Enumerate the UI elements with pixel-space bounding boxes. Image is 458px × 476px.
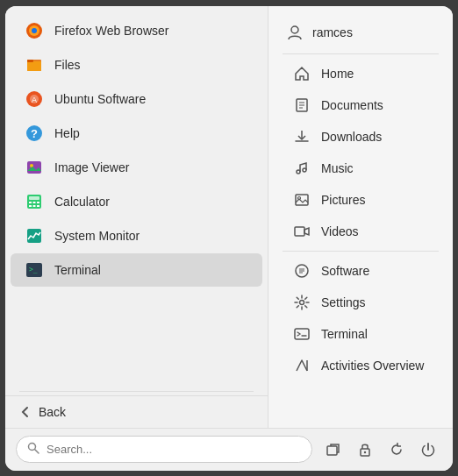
nav-item-settings[interactable]: Settings [276, 288, 446, 317]
image-viewer-icon [25, 158, 44, 177]
svg-rect-5 [27, 60, 33, 62]
svg-line-40 [35, 450, 39, 454]
svg-rect-41 [327, 446, 337, 455]
app-label-image-viewer: Image Viewer [54, 160, 129, 174]
app-label-system-monitor: System Monitor [54, 229, 140, 243]
svg-rect-20 [33, 205, 36, 207]
nav-item-activities[interactable]: Activities Overview [276, 351, 446, 380]
back-button[interactable]: Back [5, 395, 268, 428]
nav-item-videos[interactable]: Videos [276, 217, 446, 246]
svg-rect-21 [37, 205, 39, 207]
svg-text:?: ? [31, 127, 38, 140]
nav-label-settings: Settings [321, 295, 366, 309]
app-label-terminal: Terminal [54, 263, 101, 277]
new-window-button[interactable] [319, 436, 347, 464]
left-divider [19, 391, 254, 392]
app-window: Firefox Web Browser Files [5, 6, 453, 471]
nav-label-terminal-right: Terminal [321, 327, 368, 341]
app-item-calculator[interactable]: Calculator [11, 185, 262, 218]
svg-point-2 [32, 28, 37, 33]
app-list: Firefox Web Browser Files [5, 6, 268, 387]
nav-item-downloads[interactable]: Downloads [276, 122, 446, 152]
svg-rect-34 [295, 227, 304, 236]
nav-label-music: Music [321, 161, 354, 175]
svg-point-30 [297, 170, 300, 174]
activities-icon [293, 357, 311, 374]
svg-rect-37 [295, 329, 309, 339]
files-icon [25, 55, 44, 75]
svg-point-36 [300, 300, 304, 304]
ubuntu-software-icon: A [25, 89, 44, 109]
user-section: ramces [268, 17, 453, 50]
svg-rect-11 [27, 161, 41, 174]
search-box[interactable] [16, 436, 312, 463]
nav-label-documents: Documents [321, 98, 383, 112]
app-item-files[interactable]: Files [11, 48, 262, 82]
nav-item-pictures[interactable]: Pictures [276, 185, 446, 215]
music-icon [293, 160, 311, 177]
svg-point-25 [291, 26, 298, 33]
right-spacer [268, 381, 453, 421]
search-input[interactable] [47, 443, 301, 456]
svg-point-43 [364, 451, 366, 452]
downloads-icon [293, 128, 311, 146]
svg-text:A: A [32, 96, 37, 104]
right-divider-top [283, 53, 439, 54]
svg-point-31 [303, 168, 306, 172]
app-label-ubuntu-software: Ubuntu Software [54, 92, 146, 106]
system-monitor-icon [25, 226, 44, 245]
pictures-icon [293, 191, 311, 209]
svg-rect-19 [29, 205, 32, 207]
app-item-ubuntu-software[interactable]: A Ubuntu Software [11, 82, 262, 116]
bottom-actions [319, 436, 442, 464]
nav-item-music[interactable]: Music [276, 153, 446, 183]
app-item-system-monitor[interactable]: System Monitor [11, 219, 262, 252]
app-label-calculator: Calculator [54, 195, 110, 209]
app-item-firefox[interactable]: Firefox Web Browser [11, 14, 262, 47]
app-label-help: Help [54, 126, 80, 140]
svg-rect-15 [29, 196, 39, 200]
app-item-help[interactable]: ? Help [11, 117, 262, 150]
nav-label-activities: Activities Overview [321, 359, 424, 373]
nav-label-software: Software [321, 264, 369, 278]
documents-icon [293, 96, 311, 114]
nav-item-software[interactable]: Software [276, 256, 446, 286]
bottom-bar [5, 428, 453, 471]
lock-icon [357, 442, 373, 458]
help-icon: ? [25, 124, 44, 143]
svg-rect-17 [33, 202, 36, 203]
svg-rect-4 [27, 61, 41, 71]
svg-point-12 [30, 164, 33, 167]
main-area: Firefox Web Browser Files [5, 6, 453, 428]
refresh-icon [389, 442, 404, 458]
power-button[interactable] [414, 436, 442, 464]
app-item-terminal[interactable]: >_ Terminal [11, 253, 262, 287]
terminal2-icon [293, 325, 311, 343]
app-item-image-viewer[interactable]: Image Viewer [11, 151, 262, 184]
nav-item-documents[interactable]: Documents [276, 90, 446, 120]
back-chevron-icon [19, 406, 32, 418]
search-icon [27, 442, 39, 457]
nav-label-videos: Videos [321, 224, 359, 238]
new-window-icon [326, 442, 341, 458]
svg-rect-18 [37, 202, 39, 203]
back-label: Back [39, 405, 66, 419]
svg-rect-32 [296, 195, 308, 205]
app-label-firefox: Firefox Web Browser [54, 24, 168, 38]
app-label-files: Files [54, 58, 81, 72]
lock-button[interactable] [351, 436, 379, 464]
svg-text:>_: >_ [29, 266, 38, 274]
user-icon [286, 24, 304, 41]
nav-label-pictures: Pictures [321, 193, 366, 207]
right-divider-mid [283, 251, 439, 252]
firefox-icon [25, 21, 44, 40]
videos-icon [293, 223, 311, 240]
home-icon [293, 65, 311, 82]
nav-item-terminal-right[interactable]: Terminal [276, 319, 446, 349]
nav-item-home[interactable]: Home [276, 59, 446, 89]
nav-label-home: Home [321, 67, 354, 81]
software-icon [293, 262, 311, 280]
nav-label-downloads: Downloads [321, 130, 382, 144]
refresh-button[interactable] [383, 436, 411, 464]
terminal-icon: >_ [25, 260, 44, 280]
